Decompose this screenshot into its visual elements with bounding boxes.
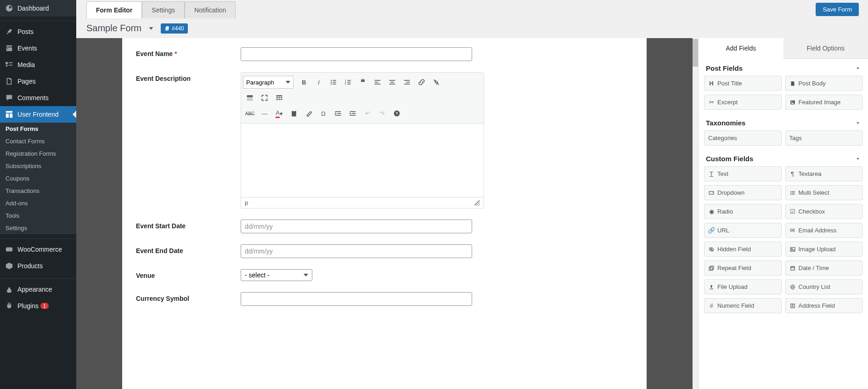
currency-symbol-input[interactable] xyxy=(241,292,472,306)
field-row-event-end-date[interactable]: Event End Date xyxy=(136,244,633,258)
field-featured-image[interactable]: Featured Image xyxy=(785,95,863,110)
paste-text-icon[interactable] xyxy=(287,107,301,120)
field-multi-select[interactable]: Multi Select xyxy=(785,185,863,200)
field-numeric[interactable]: #Numeric Field xyxy=(704,298,782,313)
field-radio[interactable]: ◉Radio xyxy=(704,204,782,219)
tab-form-editor[interactable]: Form Editor xyxy=(86,1,142,18)
redo-icon[interactable]: ↷ xyxy=(375,107,389,120)
paragraph-icon: ¶ xyxy=(789,171,796,177)
submenu-addons[interactable]: Add-ons xyxy=(0,197,76,209)
toolbar-toggle-icon[interactable] xyxy=(272,91,286,105)
paragraph-select[interactable]: Paragraph xyxy=(243,76,293,89)
horizontal-rule-icon[interactable]: — xyxy=(258,107,271,120)
event-start-date-input[interactable] xyxy=(241,220,472,233)
submenu-transactions[interactable]: Transactions xyxy=(0,185,76,197)
save-form-button[interactable]: Save Form xyxy=(816,3,859,16)
event-name-input[interactable] xyxy=(241,47,472,61)
field-tags[interactable]: Tags xyxy=(785,130,863,146)
svg-rect-24 xyxy=(247,99,253,101)
undo-icon[interactable]: ↶ xyxy=(361,107,374,120)
strikethrough-icon[interactable]: ABC xyxy=(243,107,257,120)
bullet-list-icon[interactable] xyxy=(327,75,340,89)
sidebar-item-plugins[interactable]: Plugins 1 xyxy=(0,298,76,314)
field-row-venue[interactable]: Venue - select - xyxy=(136,269,633,281)
tab-notification[interactable]: Notification xyxy=(185,1,236,18)
unlink-icon[interactable] xyxy=(429,75,443,89)
insert-more-icon[interactable] xyxy=(243,91,257,105)
sidebar-item-dashboard[interactable]: Dashboard xyxy=(0,0,76,17)
svg-rect-30 xyxy=(278,99,280,100)
field-checkbox[interactable]: ☑Checkbox xyxy=(785,204,863,219)
align-left-icon[interactable] xyxy=(371,75,384,89)
link-icon[interactable] xyxy=(415,75,428,89)
section-header-taxonomies[interactable]: Taxonomies xyxy=(704,113,862,130)
section-header-custom-fields[interactable]: Custom Fields xyxy=(704,149,862,166)
rp-tab-field-options[interactable]: Field Options xyxy=(783,38,868,59)
align-center-icon[interactable] xyxy=(385,75,399,89)
fullscreen-icon[interactable] xyxy=(258,91,271,105)
svg-rect-4 xyxy=(333,82,336,83)
form-id-badge[interactable]: #440 xyxy=(161,23,188,34)
field-address[interactable]: Address Field xyxy=(785,298,863,313)
bold-icon[interactable]: B xyxy=(297,75,311,89)
field-url[interactable]: 🔗URL xyxy=(704,223,782,238)
field-dropdown[interactable]: Dropdown xyxy=(704,185,782,200)
sidebar-item-products[interactable]: Products xyxy=(0,258,76,274)
field-row-event-start-date[interactable]: Event Start Date xyxy=(136,220,633,233)
field-file-upload[interactable]: File Upload xyxy=(704,279,782,294)
field-row-currency-symbol[interactable]: Currency Symbol xyxy=(136,292,633,306)
rp-tab-add-fields[interactable]: Add Fields xyxy=(699,38,783,59)
submenu-contact-forms[interactable]: Contact Forms xyxy=(0,135,76,147)
venue-select[interactable]: - select - xyxy=(241,269,312,281)
field-post-title[interactable]: HPost Title xyxy=(704,76,782,91)
field-excerpt[interactable]: ✂Excerpt xyxy=(704,95,782,110)
special-character-icon[interactable]: Ω xyxy=(316,107,330,120)
submenu-registration-forms[interactable]: Registration Forms xyxy=(0,147,76,160)
text-color-icon[interactable]: A ▾ xyxy=(272,107,286,120)
submenu-coupons[interactable]: Coupons xyxy=(0,172,76,185)
sidebar-item-woocommerce[interactable]: WooCommerce xyxy=(0,241,76,258)
sidebar-item-comments[interactable]: Comments xyxy=(0,90,76,106)
field-country-list[interactable]: Country List xyxy=(785,279,863,294)
outdent-icon[interactable] xyxy=(331,107,345,120)
sidebar-item-user-frontend[interactable]: User Frontend xyxy=(0,106,76,123)
section-header-post-fields[interactable]: Post Fields xyxy=(704,59,862,76)
excerpt-icon: ✂ xyxy=(708,99,715,106)
editor-content-area[interactable] xyxy=(241,124,484,197)
field-date-time[interactable]: Date / Time xyxy=(785,260,863,276)
clear-formatting-icon[interactable] xyxy=(302,107,316,120)
field-repeat[interactable]: Repeat Field xyxy=(704,260,782,276)
help-icon[interactable]: ? xyxy=(390,107,404,120)
sidebar-item-posts[interactable]: Posts xyxy=(0,23,76,40)
text-icon: T xyxy=(708,171,715,177)
field-hidden[interactable]: Hidden Field xyxy=(704,242,782,257)
sidebar-item-pages[interactable]: Pages xyxy=(0,73,76,90)
sidebar-item-events[interactable]: Events xyxy=(0,40,76,56)
submenu-settings[interactable]: Settings xyxy=(0,222,76,234)
form-title-bar: Sample Form #440 xyxy=(76,18,868,38)
numbered-list-icon[interactable]: 123 xyxy=(341,75,355,89)
submenu-post-forms[interactable]: Post Forms xyxy=(0,123,76,135)
field-textarea[interactable]: ¶Textarea xyxy=(785,166,863,181)
field-post-body[interactable]: Post Body xyxy=(785,76,863,91)
canvas-scrollbar[interactable] xyxy=(693,38,698,389)
tab-settings[interactable]: Settings xyxy=(142,1,185,18)
event-end-date-input[interactable] xyxy=(241,244,472,258)
heading-icon: H xyxy=(708,80,715,87)
field-image-upload[interactable]: Image Upload xyxy=(785,242,863,257)
field-text[interactable]: TText xyxy=(704,166,782,181)
resize-handle-icon[interactable] xyxy=(474,200,480,206)
submenu-tools[interactable]: Tools xyxy=(0,209,76,222)
field-email[interactable]: ✉Email Address xyxy=(785,223,863,238)
italic-icon[interactable]: I xyxy=(312,75,326,89)
field-categories[interactable]: Categories xyxy=(704,130,782,146)
submenu-subscriptions[interactable]: Subscriptions xyxy=(0,160,76,172)
indent-icon[interactable] xyxy=(346,107,360,120)
form-switcher-chevron-icon[interactable] xyxy=(147,24,155,33)
field-row-event-name[interactable]: Event Name * xyxy=(136,47,633,61)
field-row-event-description[interactable]: Event Description Paragraph B I 123 xyxy=(136,72,633,209)
sidebar-item-appearance[interactable]: Appearance xyxy=(0,281,76,298)
blockquote-icon[interactable]: ❝ xyxy=(356,75,370,89)
align-right-icon[interactable] xyxy=(400,75,414,89)
sidebar-item-media[interactable]: Media xyxy=(0,56,76,73)
